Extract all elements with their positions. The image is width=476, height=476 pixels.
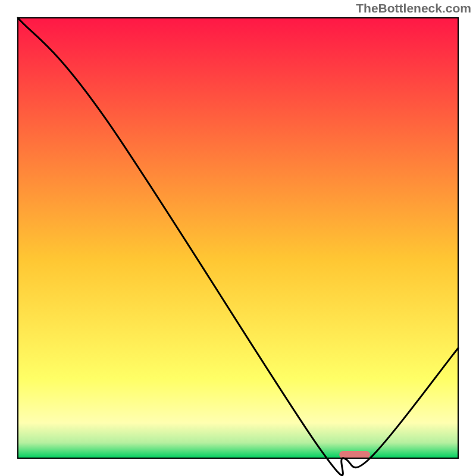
watermark-text: TheBottleneck.com	[356, 1, 471, 15]
svg-rect-1	[339, 451, 370, 458]
bottleneck-chart	[0, 0, 476, 476]
chart-container: TheBottleneck.com	[0, 0, 476, 476]
svg-rect-0	[18, 18, 458, 458]
